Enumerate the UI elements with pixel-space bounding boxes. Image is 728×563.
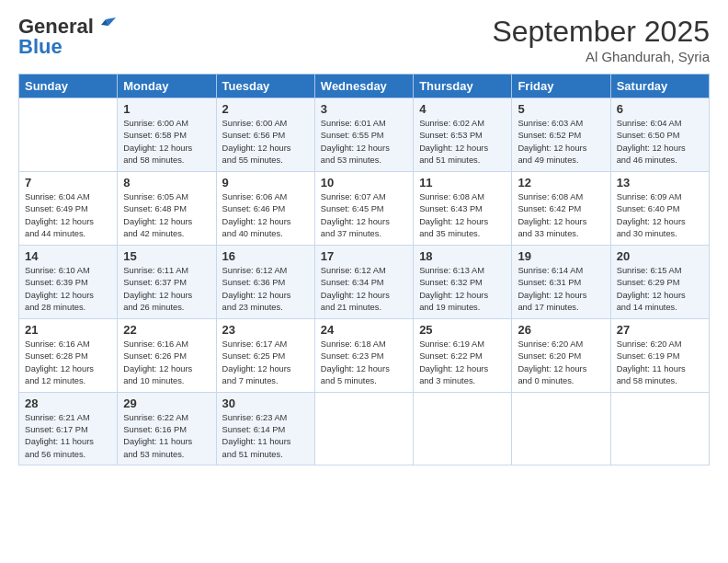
calendar-cell: 14Sunrise: 6:10 AMSunset: 6:39 PMDayligh… [19,245,118,318]
day-number: 4 [419,102,506,116]
day-number: 21 [25,323,111,337]
calendar-cell: 22Sunrise: 6:16 AMSunset: 6:26 PMDayligh… [118,318,216,392]
day-info: Sunrise: 6:10 AMSunset: 6:39 PMDaylight:… [25,265,111,315]
title-block: September 2025 Al Ghandurah, Syria [492,15,710,64]
calendar-cell: 10Sunrise: 6:07 AMSunset: 6:45 PMDayligh… [314,171,413,245]
calendar-cell: 21Sunrise: 6:16 AMSunset: 6:28 PMDayligh… [19,318,118,392]
day-info: Sunrise: 6:12 AMSunset: 6:36 PMDaylight:… [222,265,309,315]
page: General Blue September 2025 Al Ghandurah… [0,0,728,563]
day-number: 18 [419,249,506,263]
week-row-5: 28Sunrise: 6:21 AMSunset: 6:17 PMDayligh… [19,392,710,465]
day-info: Sunrise: 6:23 AMSunset: 6:14 PMDaylight:… [222,412,309,462]
calendar-cell [610,392,709,465]
calendar-cell: 20Sunrise: 6:15 AMSunset: 6:29 PMDayligh… [610,245,709,318]
calendar-cell: 18Sunrise: 6:13 AMSunset: 6:32 PMDayligh… [414,245,512,318]
day-info: Sunrise: 6:04 AMSunset: 6:50 PMDaylight:… [617,118,703,167]
day-number: 10 [321,176,407,190]
day-number: 25 [419,323,506,337]
day-info: Sunrise: 6:12 AMSunset: 6:34 PMDaylight:… [321,265,407,315]
day-number: 6 [617,102,703,116]
day-number: 11 [419,176,506,190]
day-number: 19 [518,249,604,263]
day-number: 9 [222,176,309,190]
day-info: Sunrise: 6:15 AMSunset: 6:29 PMDaylight:… [617,265,703,315]
day-info: Sunrise: 6:14 AMSunset: 6:31 PMDaylight:… [518,265,604,315]
calendar-cell [314,392,413,465]
day-number: 23 [222,323,309,337]
calendar-cell: 26Sunrise: 6:20 AMSunset: 6:20 PMDayligh… [512,318,610,392]
day-number: 16 [222,249,309,263]
day-number: 24 [321,323,407,337]
day-info: Sunrise: 6:00 AMSunset: 6:58 PMDaylight:… [123,118,210,167]
day-info: Sunrise: 6:08 AMSunset: 6:42 PMDaylight:… [518,191,604,241]
logo: General Blue [18,15,116,59]
day-number: 26 [518,323,604,337]
day-number: 28 [25,396,111,410]
day-number: 3 [321,102,407,116]
day-number: 13 [617,176,703,190]
calendar-cell [512,392,610,465]
day-info: Sunrise: 6:16 AMSunset: 6:28 PMDaylight:… [25,339,111,388]
day-number: 22 [123,323,210,337]
logo-blue-text: Blue [18,35,63,59]
day-info: Sunrise: 6:19 AMSunset: 6:22 PMDaylight:… [419,339,506,388]
month-title: September 2025 [492,15,710,49]
calendar-cell: 13Sunrise: 6:09 AMSunset: 6:40 PMDayligh… [610,171,709,245]
calendar-table: SundayMondayTuesdayWednesdayThursdayFrid… [18,74,710,465]
day-info: Sunrise: 6:05 AMSunset: 6:48 PMDaylight:… [123,191,210,241]
location-subtitle: Al Ghandurah, Syria [492,49,710,64]
week-row-3: 14Sunrise: 6:10 AMSunset: 6:39 PMDayligh… [19,245,710,318]
day-info: Sunrise: 6:00 AMSunset: 6:56 PMDaylight:… [222,118,309,167]
column-header-sunday: Sunday [19,75,118,98]
calendar-cell: 1Sunrise: 6:00 AMSunset: 6:58 PMDaylight… [118,98,216,172]
day-number: 27 [617,323,703,337]
day-info: Sunrise: 6:01 AMSunset: 6:55 PMDaylight:… [321,118,407,167]
calendar-cell: 27Sunrise: 6:20 AMSunset: 6:19 PMDayligh… [610,318,709,392]
day-number: 8 [123,176,210,190]
week-row-1: 1Sunrise: 6:00 AMSunset: 6:58 PMDaylight… [19,98,710,172]
calendar-cell: 12Sunrise: 6:08 AMSunset: 6:42 PMDayligh… [512,171,610,245]
day-info: Sunrise: 6:13 AMSunset: 6:32 PMDaylight:… [419,265,506,315]
column-header-thursday: Thursday [414,75,512,98]
day-info: Sunrise: 6:22 AMSunset: 6:16 PMDaylight:… [123,412,210,462]
calendar-cell: 30Sunrise: 6:23 AMSunset: 6:14 PMDayligh… [216,392,314,465]
day-info: Sunrise: 6:03 AMSunset: 6:52 PMDaylight:… [518,118,604,167]
day-info: Sunrise: 6:18 AMSunset: 6:23 PMDaylight:… [321,339,407,388]
calendar-cell: 29Sunrise: 6:22 AMSunset: 6:16 PMDayligh… [118,392,216,465]
day-number: 5 [518,102,604,116]
calendar-cell: 11Sunrise: 6:08 AMSunset: 6:43 PMDayligh… [414,171,512,245]
day-info: Sunrise: 6:04 AMSunset: 6:49 PMDaylight:… [25,191,111,241]
day-number: 2 [222,102,309,116]
day-info: Sunrise: 6:09 AMSunset: 6:40 PMDaylight:… [617,191,703,241]
day-info: Sunrise: 6:20 AMSunset: 6:19 PMDaylight:… [617,339,703,388]
calendar-cell: 9Sunrise: 6:06 AMSunset: 6:46 PMDaylight… [216,171,314,245]
calendar-cell: 15Sunrise: 6:11 AMSunset: 6:37 PMDayligh… [118,245,216,318]
calendar-cell: 7Sunrise: 6:04 AMSunset: 6:49 PMDaylight… [19,171,118,245]
calendar-cell: 19Sunrise: 6:14 AMSunset: 6:31 PMDayligh… [512,245,610,318]
day-info: Sunrise: 6:02 AMSunset: 6:53 PMDaylight:… [419,118,506,167]
calendar-cell: 3Sunrise: 6:01 AMSunset: 6:55 PMDaylight… [314,98,413,172]
calendar-cell: 25Sunrise: 6:19 AMSunset: 6:22 PMDayligh… [414,318,512,392]
calendar-cell: 23Sunrise: 6:17 AMSunset: 6:25 PMDayligh… [216,318,314,392]
calendar-cell: 4Sunrise: 6:02 AMSunset: 6:53 PMDaylight… [414,98,512,172]
calendar-cell: 17Sunrise: 6:12 AMSunset: 6:34 PMDayligh… [314,245,413,318]
column-header-monday: Monday [118,75,216,98]
week-row-2: 7Sunrise: 6:04 AMSunset: 6:49 PMDaylight… [19,171,710,245]
calendar-cell: 28Sunrise: 6:21 AMSunset: 6:17 PMDayligh… [19,392,118,465]
calendar-cell: 8Sunrise: 6:05 AMSunset: 6:48 PMDaylight… [118,171,216,245]
header: General Blue September 2025 Al Ghandurah… [18,15,710,64]
day-number: 29 [123,396,210,410]
calendar-cell [414,392,512,465]
calendar-cell: 24Sunrise: 6:18 AMSunset: 6:23 PMDayligh… [314,318,413,392]
column-header-tuesday: Tuesday [216,75,314,98]
calendar-cell: 16Sunrise: 6:12 AMSunset: 6:36 PMDayligh… [216,245,314,318]
calendar-cell [19,98,118,172]
day-number: 14 [25,249,111,263]
day-info: Sunrise: 6:20 AMSunset: 6:20 PMDaylight:… [518,339,604,388]
day-info: Sunrise: 6:08 AMSunset: 6:43 PMDaylight:… [419,191,506,241]
day-number: 12 [518,176,604,190]
calendar-cell: 5Sunrise: 6:03 AMSunset: 6:52 PMDaylight… [512,98,610,172]
day-info: Sunrise: 6:06 AMSunset: 6:46 PMDaylight:… [222,191,309,241]
calendar-cell: 2Sunrise: 6:00 AMSunset: 6:56 PMDaylight… [216,98,314,172]
week-row-4: 21Sunrise: 6:16 AMSunset: 6:28 PMDayligh… [19,318,710,392]
